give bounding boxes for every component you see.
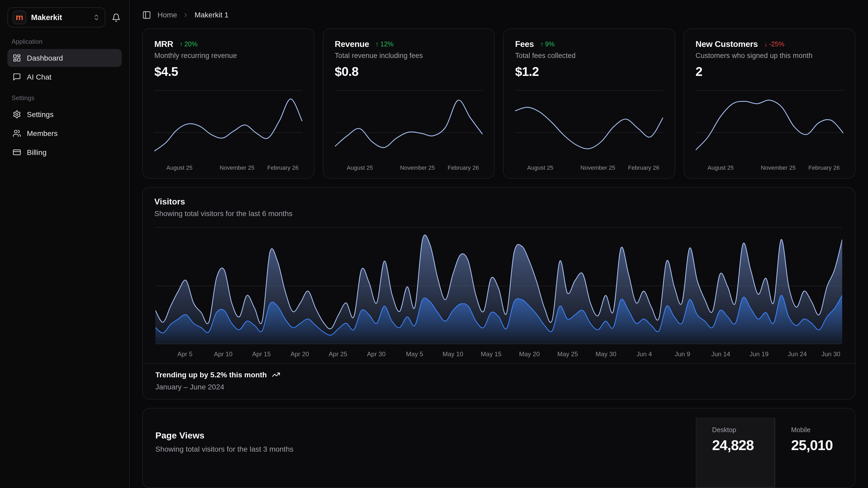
sidebar-item-ai-chat[interactable]: AI Chat xyxy=(7,68,122,86)
page-views-card: Page Views Showing total visitors for th… xyxy=(142,408,855,488)
stat-subtitle: Monthly recurring revenue xyxy=(154,52,302,60)
sparkline-area: August 25November 25February 26 xyxy=(695,88,843,172)
trend-arrow-icon: ↑ xyxy=(180,41,183,48)
chevron-right-icon xyxy=(183,11,189,18)
stat-title: New Customers xyxy=(695,40,758,49)
stat-card-new-customers: New Customers ↓-25% Customers who signed… xyxy=(683,29,855,179)
sidebar-item-settings[interactable]: Settings xyxy=(7,106,122,123)
stat-value: 25,010 xyxy=(791,438,837,454)
bell-icon xyxy=(112,13,121,22)
workspace-name: Makerkit xyxy=(31,13,62,22)
sidebar-section-settings: Settings xyxy=(11,94,118,102)
sparkline-area: August 25November 25February 26 xyxy=(515,88,663,172)
trend-arrow-icon: ↑ xyxy=(375,41,379,48)
main-content: Home Makerkit 1 MRR ↑20% Monthly recurri… xyxy=(130,0,868,488)
stat-value: $0.8 xyxy=(335,64,483,79)
sidebar-item-billing[interactable]: Billing xyxy=(7,143,122,161)
sparkline-chart xyxy=(154,90,302,159)
visitors-card: Visitors Showing total visitors for the … xyxy=(142,188,855,400)
notifications-button[interactable] xyxy=(111,12,122,23)
workspace-selector[interactable]: m Makerkit xyxy=(7,7,105,27)
stat-title: Revenue xyxy=(335,40,369,49)
makerkit-logo: m xyxy=(13,10,26,24)
topbar: Home Makerkit 1 xyxy=(142,7,855,22)
stat-card-revenue: Revenue ↑12% Total revenue including fee… xyxy=(322,29,495,179)
stat-delta-badge: ↑9% xyxy=(540,41,555,48)
sparkline-area: August 25November 25February 26 xyxy=(154,88,302,172)
chat-icon xyxy=(13,73,21,81)
stat-cards-row: MRR ↑20% Monthly recurring revenue $4.5 … xyxy=(142,29,855,179)
stat-value: $1.2 xyxy=(515,64,663,79)
app-window: m Makerkit Application Dashboard xyxy=(0,0,868,488)
breadcrumb: Home Makerkit 1 xyxy=(157,10,228,19)
page-views-title: Page Views xyxy=(155,431,293,441)
trend-arrow-icon: ↑ xyxy=(540,41,544,48)
sidebar-section-application: Application xyxy=(11,38,118,45)
visitors-chart-area: Apr 5Apr 10Apr 15Apr 20Apr 25Apr 30May 5… xyxy=(154,227,843,359)
mobile-toggle[interactable]: Mobile 25,010 xyxy=(775,418,854,487)
sidebar-item-dashboard[interactable]: Dashboard xyxy=(7,49,122,67)
sidebar-item-label: AI Chat xyxy=(27,73,51,81)
sidebar-item-label: Dashboard xyxy=(27,54,63,62)
breadcrumb-current: Makerkit 1 xyxy=(195,10,228,19)
chevrons-up-down-icon xyxy=(93,14,100,21)
stat-value: 2 xyxy=(695,64,843,79)
sparkline-chart xyxy=(515,90,663,159)
sidebar-header: m Makerkit xyxy=(7,7,122,27)
visitors-title: Visitors xyxy=(154,197,843,207)
stat-card-mrr: MRR ↑20% Monthly recurring revenue $4.5 … xyxy=(142,29,314,179)
stat-subtitle: Customers who signed up this month xyxy=(695,52,843,60)
stat-subtitle: Total revenue including fees xyxy=(335,52,483,60)
stat-subtitle: Total fees collected xyxy=(515,52,663,60)
users-icon xyxy=(13,129,21,138)
sidebar-toggle-button[interactable] xyxy=(142,10,151,19)
trend-arrow-icon: ↓ xyxy=(764,41,768,48)
gear-icon xyxy=(13,110,21,119)
visitors-area-chart xyxy=(155,227,842,344)
visitors-subtitle: Showing total visitors for the last 6 mo… xyxy=(154,209,843,218)
sidebar-item-label: Members xyxy=(27,129,58,138)
page-views-subtitle: Showing total visitors for the last 3 mo… xyxy=(155,445,293,454)
sidebar: m Makerkit Application Dashboard xyxy=(0,0,130,488)
sidebar-item-members[interactable]: Members xyxy=(7,124,122,142)
trend-text: Trending up by 5.2% this month xyxy=(155,371,267,379)
stat-label: Mobile xyxy=(791,427,837,434)
stat-delta-badge: ↑20% xyxy=(180,41,198,48)
period-text: January – June 2024 xyxy=(155,383,842,391)
sparkline-area: August 25November 25February 26 xyxy=(335,88,483,172)
dashboard-icon xyxy=(13,54,21,62)
credit-card-icon xyxy=(13,148,21,156)
breadcrumb-home[interactable]: Home xyxy=(157,10,177,19)
stat-delta-badge: ↑12% xyxy=(375,41,394,48)
stat-value: $4.5 xyxy=(154,64,302,79)
visitors-footer: Trending up by 5.2% this month January –… xyxy=(143,363,855,399)
sidebar-item-label: Billing xyxy=(27,148,46,156)
stat-title: MRR xyxy=(154,40,173,49)
page-views-toggles: Desktop 24,828 Mobile 25,010 xyxy=(696,418,854,487)
stat-value: 24,828 xyxy=(712,438,758,454)
sparkline-chart xyxy=(695,90,843,159)
stat-delta-badge: ↓-25% xyxy=(764,41,784,48)
stat-card-fees: Fees ↑9% Total fees collected $1.2 Augus… xyxy=(503,29,675,179)
stat-label: Desktop xyxy=(712,427,758,434)
sidebar-item-label: Settings xyxy=(27,110,54,119)
stat-title: Fees xyxy=(515,40,534,49)
sparkline-chart xyxy=(335,90,483,159)
panel-left-icon xyxy=(142,10,151,19)
trending-up-icon xyxy=(272,371,280,379)
desktop-toggle[interactable]: Desktop 24,828 xyxy=(696,418,775,487)
